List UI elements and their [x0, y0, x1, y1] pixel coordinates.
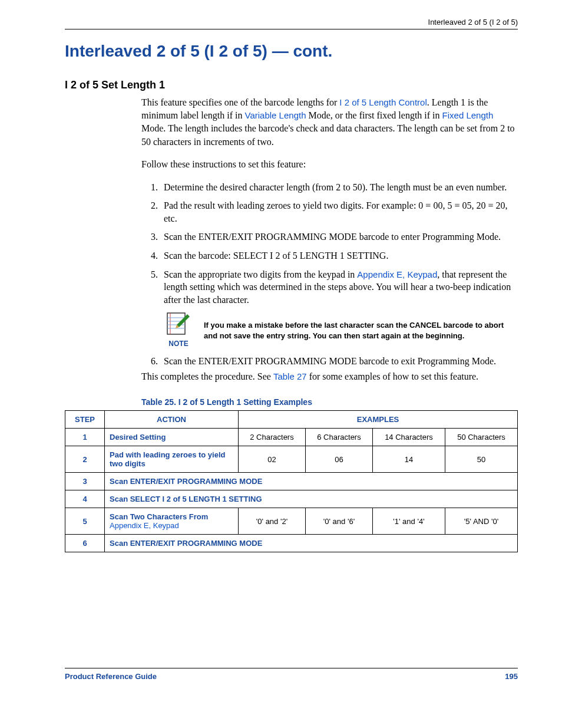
col-examples: EXAMPLES	[239, 411, 518, 429]
text: Mode. The length includes the barcode's …	[141, 123, 515, 146]
link-appendix-keypad[interactable]: Appendix E, Keypad	[110, 521, 179, 530]
link-length-control[interactable]: I 2 of 5 Length Control	[339, 97, 427, 107]
intro-paragraph-1: This feature specifies one of the barcod…	[141, 96, 518, 149]
table-row: 1 Desired Setting 2 Characters 6 Charact…	[65, 429, 518, 446]
cell-action-span: Scan SELECT I 2 of 5 LENGTH 1 SETTING	[105, 490, 518, 508]
cell-example: 6 Characters	[305, 429, 372, 446]
link-fixed-length[interactable]: Fixed Length	[442, 110, 494, 120]
text: for some examples of how to set this fea…	[307, 371, 478, 381]
page: Interleaved 2 of 5 (I 2 of 5) Interleave…	[0, 0, 562, 728]
cell-action-span: Scan ENTER/EXIT PROGRAMMING MODE	[105, 535, 518, 552]
instruction-list-continued: Scan the ENTER/EXIT PROGRAMMING MODE bar…	[141, 355, 518, 368]
page-title: Interleaved 2 of 5 (I 2 of 5) — cont.	[65, 41, 518, 61]
cell-action: Desired Setting	[105, 429, 239, 446]
text: Scan the appropriate two digits from the…	[164, 269, 357, 279]
note-block: NOTE If you make a mistake before the la…	[165, 312, 518, 349]
instruction-item: Pad the result with leading zeroes to yi…	[160, 199, 518, 225]
cell-example: 50 Characters	[445, 429, 517, 446]
cell-action: Pad with leading zeroes to yield two dig…	[105, 446, 239, 473]
section-heading: I 2 of 5 Set Length 1	[65, 79, 518, 91]
cell-example: 14	[372, 446, 445, 473]
examples-table: STEP ACTION EXAMPLES 1 Desired Setting 2…	[65, 410, 518, 552]
footer-left: Product Reference Guide	[65, 672, 157, 681]
closing-paragraph: This completes the procedure. See Table …	[65, 370, 518, 383]
running-header: Interleaved 2 of 5 (I 2 of 5)	[65, 18, 518, 27]
note-icon-wrap: NOTE	[165, 312, 192, 349]
link-table-27[interactable]: Table 27	[273, 371, 307, 381]
text: Mode, or the first fixed length if in	[306, 110, 442, 120]
cell-example: '0' and '2'	[239, 508, 306, 535]
instruction-item: Scan the barcode: SELECT I 2 of 5 LENGTH…	[160, 249, 518, 262]
text: Scan Two Characters From	[110, 512, 208, 521]
text: This completes the procedure. See	[141, 371, 273, 381]
note-text: If you make a mistake before the last ch…	[204, 312, 518, 341]
cell-step: 2	[65, 446, 105, 473]
table-row: 3 Scan ENTER/EXIT PROGRAMMING MODE	[65, 473, 518, 490]
instruction-item: Scan the ENTER/EXIT PROGRAMMING MODE bar…	[160, 355, 518, 368]
footer-rule	[65, 668, 518, 668]
table-row: 6 Scan ENTER/EXIT PROGRAMMING MODE	[65, 535, 518, 552]
note-label: NOTE	[168, 339, 188, 349]
cell-example: '0' and '6'	[305, 508, 372, 535]
cell-action-span: Scan ENTER/EXIT PROGRAMMING MODE	[105, 473, 518, 490]
header-rule	[65, 29, 518, 29]
cell-step: 1	[65, 429, 105, 446]
instruction-list: Determine the desired character length (…	[141, 181, 518, 307]
cell-step: 4	[65, 490, 105, 508]
cell-example: 14 Characters	[372, 429, 445, 446]
instruction-item: Determine the desired character length (…	[160, 181, 518, 194]
body-text: This feature specifies one of the barcod…	[141, 96, 518, 383]
cell-action: Scan Two Characters From Appendix E, Key…	[105, 508, 239, 535]
cell-example: 02	[239, 446, 306, 473]
table-row: 2 Pad with leading zeroes to yield two d…	[65, 446, 518, 473]
cell-example: '1' and '4'	[372, 508, 445, 535]
cell-step: 3	[65, 473, 105, 490]
col-action: ACTION	[105, 411, 239, 429]
table-row: 5 Scan Two Characters From Appendix E, K…	[65, 508, 518, 535]
table-header-row: STEP ACTION EXAMPLES	[65, 411, 518, 429]
table-row: 4 Scan SELECT I 2 of 5 LENGTH 1 SETTING	[65, 490, 518, 508]
cell-example: 06	[305, 446, 372, 473]
notepad-icon	[165, 312, 192, 337]
link-appendix-keypad[interactable]: Appendix E, Keypad	[357, 269, 437, 279]
cell-example: '5' AND '0'	[445, 508, 517, 535]
page-number: 195	[505, 672, 518, 681]
cell-step: 5	[65, 508, 105, 535]
cell-example: 2 Characters	[239, 429, 306, 446]
col-step: STEP	[65, 411, 105, 429]
intro-paragraph-2: Follow these instructions to set this fe…	[141, 158, 518, 171]
instruction-item: Scan the appropriate two digits from the…	[160, 268, 518, 307]
link-variable-length[interactable]: Variable Length	[245, 110, 306, 120]
table-caption: Table 25. I 2 of 5 Length 1 Setting Exam…	[141, 397, 518, 407]
page-footer: Product Reference Guide 195	[65, 668, 518, 681]
instruction-item: Scan the ENTER/EXIT PROGRAMMING MODE bar…	[160, 230, 518, 243]
cell-step: 6	[65, 535, 105, 552]
cell-example: 50	[445, 446, 517, 473]
text: This feature specifies one of the barcod…	[141, 97, 339, 107]
